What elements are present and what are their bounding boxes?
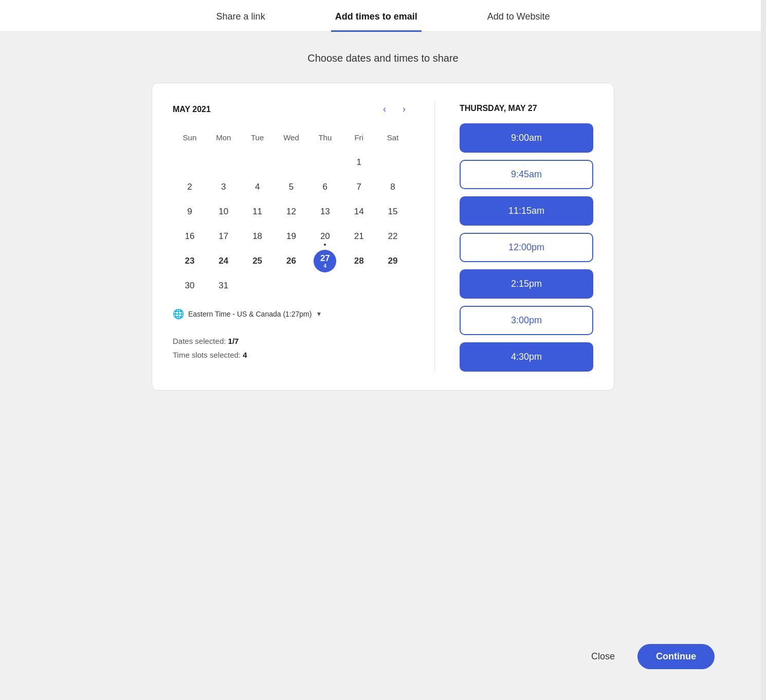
calendar-day-25[interactable]: 25 <box>246 250 269 272</box>
time-slot-900am[interactable]: 9:00am <box>460 123 593 153</box>
calendar-day[interactable] <box>246 151 269 174</box>
calendar-day[interactable] <box>314 274 336 297</box>
calendar-day-20[interactable]: 20 <box>314 225 336 248</box>
next-month-button[interactable]: › <box>398 102 410 117</box>
calendar-day-30[interactable]: 30 <box>178 274 201 297</box>
continue-button[interactable]: Continue <box>637 644 715 669</box>
section-divider <box>434 102 435 372</box>
calendar-header: MAY 2021 ‹ › <box>173 102 410 117</box>
calendar-day-7[interactable]: 7 <box>348 176 370 198</box>
calendar-day-3[interactable]: 3 <box>212 176 235 198</box>
dow-sat: Sat <box>376 131 410 144</box>
calendar-day-1[interactable]: 1 <box>348 151 370 174</box>
tab-add-website[interactable]: Add to Website <box>483 3 554 32</box>
footer-actions: Close Continue <box>10 634 756 679</box>
calendar-day-31[interactable]: 31 <box>212 274 235 297</box>
time-slot-215pm[interactable]: 2:15pm <box>460 269 593 299</box>
nav-arrows: ‹ › <box>379 102 410 117</box>
calendar-week: 1 <box>173 150 410 175</box>
calendar-day-5[interactable]: 5 <box>280 176 302 198</box>
calendar-day-6[interactable]: 6 <box>314 176 336 198</box>
calendar-section: MAY 2021 ‹ › Sun Mon Tue Wed Thu Fri Sat <box>173 102 410 372</box>
calendar-week: 16 17 18 19 20 21 22 <box>173 224 410 249</box>
dow-thu: Thu <box>308 131 342 144</box>
month-year-label: MAY 2021 <box>173 105 379 114</box>
tab-add-times[interactable]: Add times to email <box>331 3 422 32</box>
time-slot-430pm[interactable]: 4:30pm <box>460 342 593 372</box>
calendar-day[interactable] <box>348 274 370 297</box>
calendar-day-17[interactable]: 17 <box>212 225 235 248</box>
calendar-day-15[interactable]: 15 <box>381 200 404 223</box>
times-section: THURSDAY, MAY 27 9:00am 9:45am 11:15am 1… <box>460 102 593 372</box>
calendar-week: 23 24 25 26 27 4 28 29 <box>173 249 410 273</box>
calendar-day-10[interactable]: 10 <box>212 200 235 223</box>
calendar-day-13[interactable]: 13 <box>314 200 336 223</box>
stats-section: Dates selected: 1/7 Time slots selected:… <box>173 334 410 362</box>
timezone-label: Eastern Time - US & Canada (1:27pm) <box>188 310 312 318</box>
time-slot-945am[interactable]: 9:45am <box>460 160 593 189</box>
calendar-day[interactable] <box>314 151 336 174</box>
calendar-day[interactable] <box>381 274 404 297</box>
top-navigation: Share a link Add times to email Add to W… <box>0 0 766 32</box>
calendar-day-28[interactable]: 28 <box>348 250 370 272</box>
calendar-day-11[interactable]: 11 <box>246 200 269 223</box>
time-slots-row: Time slots selected: 4 <box>173 348 410 362</box>
tab-share-link[interactable]: Share a link <box>212 3 269 32</box>
calendar-day-29[interactable]: 29 <box>381 250 404 272</box>
calendar-day[interactable] <box>280 151 302 174</box>
calendar-day-16[interactable]: 16 <box>178 225 201 248</box>
calendar-day-9[interactable]: 9 <box>178 200 201 223</box>
calendar-day-12[interactable]: 12 <box>280 200 302 223</box>
day-number: 27 <box>320 253 330 264</box>
calendar-day[interactable] <box>246 274 269 297</box>
page-subtitle: Choose dates and times to share <box>307 52 459 64</box>
calendar-week: 30 31 <box>173 273 410 298</box>
days-of-week-row: Sun Mon Tue Wed Thu Fri Sat <box>173 131 410 144</box>
dow-mon: Mon <box>207 131 241 144</box>
dow-wed: Wed <box>275 131 308 144</box>
dates-selected-row: Dates selected: 1/7 <box>173 334 410 348</box>
calendar-day[interactable] <box>381 151 404 174</box>
calendar-day-23[interactable]: 23 <box>178 250 201 272</box>
dow-tue: Tue <box>241 131 275 144</box>
calendar-day-2[interactable]: 2 <box>178 176 201 198</box>
calendar-day-8[interactable]: 8 <box>381 176 404 198</box>
time-slot-1200pm[interactable]: 12:00pm <box>460 233 593 262</box>
close-button[interactable]: Close <box>581 645 625 668</box>
calendar-grid: Sun Mon Tue Wed Thu Fri Sat <box>173 131 410 298</box>
time-slots-value: 4 <box>243 351 247 359</box>
calendar-day-18[interactable]: 18 <box>246 225 269 248</box>
calendar-week: 9 10 11 12 13 14 15 <box>173 199 410 224</box>
calendar-day[interactable] <box>212 151 235 174</box>
calendar-week: 2 3 4 5 6 7 8 <box>173 175 410 199</box>
scrollbar[interactable] <box>761 0 766 700</box>
dates-selected-label: Dates selected: <box>173 337 226 345</box>
dow-fri: Fri <box>342 131 376 144</box>
calendar-day-4[interactable]: 4 <box>246 176 269 198</box>
time-slot-300pm[interactable]: 3:00pm <box>460 306 593 335</box>
time-slots-list: 9:00am 9:45am 11:15am 12:00pm 2:15pm 3:0… <box>460 123 593 372</box>
selected-date-header: THURSDAY, MAY 27 <box>460 102 593 113</box>
dow-sun: Sun <box>173 131 207 144</box>
time-slot-1115am[interactable]: 11:15am <box>460 196 593 226</box>
prev-month-button[interactable]: ‹ <box>379 102 390 117</box>
calendar-day-14[interactable]: 14 <box>348 200 370 223</box>
calendar-day[interactable] <box>280 274 302 297</box>
dates-selected-value: 1/7 <box>228 337 239 345</box>
calendar-day[interactable] <box>178 151 201 174</box>
calendar-day-26[interactable]: 26 <box>280 250 302 272</box>
calendar-weeks: 1 2 3 4 5 6 7 8 9 <box>173 150 410 298</box>
calendar-day-24[interactable]: 24 <box>212 250 235 272</box>
time-slots-label: Time slots selected: <box>173 351 241 359</box>
calendar-day-21[interactable]: 21 <box>348 225 370 248</box>
timezone-selector[interactable]: 🌐 Eastern Time - US & Canada (1:27pm) ▼ <box>173 308 410 320</box>
day-count: 4 <box>324 264 327 269</box>
page-content: Choose dates and times to share MAY 2021… <box>0 32 766 700</box>
calendar-day-19[interactable]: 19 <box>280 225 302 248</box>
calendar-day-27[interactable]: 27 4 <box>314 250 336 272</box>
calendar-day-22[interactable]: 22 <box>381 225 404 248</box>
dropdown-arrow-icon: ▼ <box>316 310 322 318</box>
globe-icon: 🌐 <box>173 308 184 320</box>
calendar-card: MAY 2021 ‹ › Sun Mon Tue Wed Thu Fri Sat <box>152 83 614 391</box>
